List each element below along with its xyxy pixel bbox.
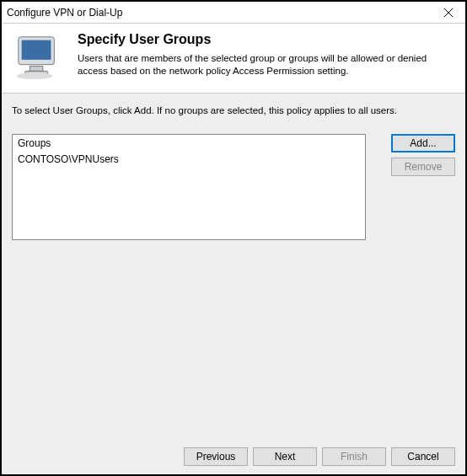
- svg-rect-4: [30, 67, 42, 72]
- finish-button[interactable]: Finish: [322, 447, 386, 466]
- content-area: To select User Groups, click Add. If no …: [2, 93, 465, 474]
- list-item[interactable]: CONTOSO\VPNUsers: [13, 152, 365, 167]
- previous-button[interactable]: Previous: [184, 447, 248, 466]
- close-icon: [444, 8, 453, 17]
- svg-point-6: [17, 72, 53, 79]
- wizard-header: Specify User Groups Users that are membe…: [2, 24, 465, 93]
- instruction-text: To select User Groups, click Add. If no …: [12, 105, 455, 115]
- cancel-button[interactable]: Cancel: [391, 447, 455, 466]
- groups-listbox[interactable]: Groups CONTOSO\VPNUsers: [12, 134, 366, 240]
- groups-row: Groups CONTOSO\VPNUsers Add... Remove: [12, 134, 455, 240]
- next-button[interactable]: Next: [253, 447, 317, 466]
- monitor-icon: [13, 32, 62, 81]
- add-button[interactable]: Add...: [391, 134, 455, 152]
- page-heading: Specify User Groups: [78, 32, 454, 47]
- svg-rect-3: [22, 40, 51, 60]
- close-button[interactable]: [432, 2, 465, 24]
- groups-column-header: Groups: [13, 135, 365, 152]
- header-text: Specify User Groups Users that are membe…: [78, 32, 454, 81]
- side-buttons: Add... Remove: [391, 134, 455, 176]
- wizard-buttons: Previous Next Finish Cancel: [12, 441, 455, 466]
- page-description: Users that are members of the selected g…: [78, 52, 454, 78]
- titlebar: Configure VPN or Dial-Up: [2, 2, 465, 24]
- window-title: Configure VPN or Dial-Up: [7, 7, 122, 19]
- remove-button[interactable]: Remove: [391, 158, 455, 176]
